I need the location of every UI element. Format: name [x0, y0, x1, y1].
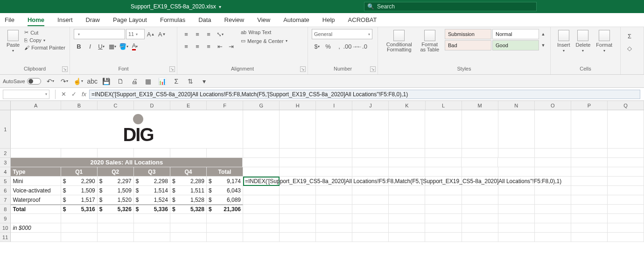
table-total-label[interactable]: Total [11, 205, 61, 214]
cell[interactable] [352, 223, 389, 233]
cell[interactable] [571, 158, 608, 167]
underline-icon[interactable]: U▾ [96, 41, 106, 51]
cell[interactable] [243, 195, 280, 205]
wrap-text-button[interactable]: abWrap Text [241, 29, 287, 36]
table-header[interactable]: Q1 [61, 167, 98, 177]
cell[interactable] [280, 149, 316, 158]
decrease-indent-icon[interactable]: ⇤ [215, 41, 225, 51]
decrease-font-icon[interactable]: A▼ [157, 29, 167, 39]
cell[interactable] [280, 223, 316, 233]
delete-cells-button[interactable]: Delete▾ [573, 29, 594, 54]
cell[interactable] [498, 110, 535, 149]
cell[interactable] [425, 186, 462, 195]
cell[interactable] [280, 158, 316, 167]
cell[interactable] [243, 186, 280, 195]
styles-more-icon[interactable]: ▼ [540, 40, 546, 50]
table-header[interactable]: Type [11, 167, 61, 177]
cell[interactable] [462, 233, 498, 242]
cell-style-submission[interactable]: Submission [445, 29, 491, 39]
cell[interactable] [498, 167, 535, 177]
styles-up-icon[interactable]: ▲ [540, 29, 546, 39]
cell[interactable] [352, 149, 389, 158]
cell[interactable] [571, 195, 608, 205]
cell[interactable] [11, 149, 61, 158]
cell[interactable] [462, 223, 498, 233]
cell[interactable] [608, 233, 644, 242]
more-icon[interactable]: ▾ [200, 77, 209, 86]
clear-icon[interactable]: ◇ [624, 43, 635, 53]
cell[interactable] [608, 205, 644, 214]
cell[interactable] [316, 167, 352, 177]
cell[interactable] [571, 186, 608, 195]
cell[interactable] [316, 195, 352, 205]
cell[interactable] [462, 110, 498, 149]
cell[interactable] [571, 149, 608, 158]
cell[interactable] [389, 233, 425, 242]
cell[interactable] [352, 186, 389, 195]
cell[interactable] [389, 223, 425, 233]
cell[interactable] [389, 149, 425, 158]
cell[interactable] [389, 158, 425, 167]
cell[interactable] [316, 233, 352, 242]
cell[interactable] [61, 223, 98, 233]
cell[interactable] [316, 223, 352, 233]
cell[interactable]: $2,289 [170, 177, 207, 186]
cell[interactable] [535, 167, 571, 177]
cell[interactable] [535, 186, 571, 195]
row-header[interactable]: 2 [0, 149, 11, 158]
increase-indent-icon[interactable]: ⇥ [226, 41, 236, 51]
cell[interactable] [498, 149, 535, 158]
copy-button[interactable]: ⎘Copy▾ [24, 37, 65, 43]
autosave-toggle[interactable]: AutoSave [3, 78, 41, 85]
cell[interactable] [207, 223, 243, 233]
cell[interactable] [134, 149, 170, 158]
cell[interactable] [352, 167, 389, 177]
table-header[interactable]: Total [207, 167, 243, 177]
cell[interactable]: $5,336 [134, 205, 170, 214]
cell[interactable] [11, 233, 61, 242]
cell[interactable] [243, 214, 280, 223]
cell[interactable] [170, 214, 207, 223]
new-icon[interactable]: 🗋 [116, 77, 125, 86]
cell[interactable] [462, 186, 498, 195]
cell[interactable] [207, 233, 243, 242]
col-header[interactable]: Q [608, 101, 644, 110]
row-header[interactable]: 8 [0, 205, 11, 214]
row-header[interactable]: 11 [0, 233, 11, 242]
tab-view[interactable]: View [257, 14, 270, 25]
cell[interactable] [608, 214, 644, 223]
cell[interactable] [498, 195, 535, 205]
enter-icon[interactable]: ✓ [69, 91, 79, 98]
format-as-table-button[interactable]: Format as Table [417, 29, 443, 53]
paste-button[interactable]: Paste ▾ [4, 29, 22, 54]
active-cell[interactable]: =INDEX('[Support_EX19_CS5-8a_2020]All Lo… [243, 177, 280, 186]
cell[interactable] [535, 149, 571, 158]
cell[interactable] [61, 233, 98, 242]
align-middle-icon[interactable]: ≡ [192, 29, 203, 39]
cell[interactable] [389, 110, 425, 149]
cell[interactable] [316, 186, 352, 195]
col-header[interactable]: A [11, 101, 61, 110]
col-header[interactable]: F [207, 101, 243, 110]
cell[interactable] [462, 205, 498, 214]
cell[interactable]: $2,290 [61, 177, 98, 186]
table-note[interactable]: in $000 [11, 223, 61, 233]
cell[interactable] [608, 186, 644, 195]
italic-icon[interactable]: I [85, 41, 95, 51]
cell[interactable] [571, 205, 608, 214]
pivot-icon[interactable]: ▦ [144, 77, 153, 86]
col-header[interactable]: I [316, 101, 352, 110]
search-input[interactable] [377, 3, 533, 10]
cell[interactable] [498, 233, 535, 242]
search-box[interactable]: 🔍 [364, 2, 537, 11]
increase-font-icon[interactable]: A▲ [146, 29, 156, 39]
cell[interactable]: $5,328 [170, 205, 207, 214]
cell[interactable] [61, 214, 98, 223]
cell[interactable] [316, 158, 352, 167]
tab-acrobat[interactable]: ACROBAT [348, 14, 377, 25]
cell[interactable] [535, 195, 571, 205]
table-row-label[interactable]: Voice-activated [11, 186, 61, 195]
cell[interactable] [425, 214, 462, 223]
cell[interactable]: $1,511 [170, 186, 207, 195]
row-header[interactable]: 7 [0, 195, 11, 205]
